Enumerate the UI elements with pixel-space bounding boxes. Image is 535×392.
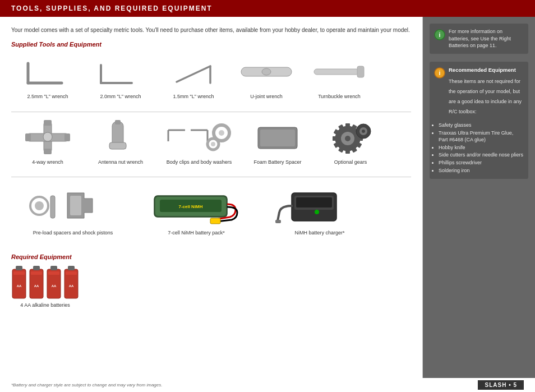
tool-label-foam-battery-spacer: Foam Battery Spacer xyxy=(253,159,301,166)
svg-text:AA: AA xyxy=(52,284,57,288)
tool-label-battery-charger: NiMH battery charger* xyxy=(294,230,344,237)
svg-rect-9 xyxy=(357,66,364,77)
svg-rect-59 xyxy=(296,197,332,207)
tool-label-u-joint: U-joint wrench xyxy=(250,94,283,100)
tool-4way-wrench: 4-way wrench xyxy=(11,118,84,166)
tool-icon-antenna-nut xyxy=(93,118,149,157)
tool-icon-battery-charger xyxy=(266,183,373,228)
svg-rect-15 xyxy=(25,133,31,141)
tool-icon-2-5mm xyxy=(20,52,76,91)
tool-icon-foam-battery-spacer xyxy=(250,118,306,157)
footer-note: *Battery and charger style are subject t… xyxy=(11,382,162,388)
recommended-card: i Recommended Equipment These items are … xyxy=(430,62,528,179)
tool-label-preload-spacers: Pre-load spacers and shock pistons xyxy=(33,230,113,237)
svg-text:7-cell NiMH: 7-cell NiMH xyxy=(178,204,202,209)
tool-turnbuckle-wrench: Turnbuckle wrench xyxy=(303,52,376,100)
left-content: Your model comes with a set of specialty… xyxy=(0,17,423,378)
svg-rect-33 xyxy=(345,123,350,128)
svg-rect-19 xyxy=(115,120,121,124)
svg-rect-18 xyxy=(109,142,126,149)
svg-point-25 xyxy=(219,130,224,136)
tool-icon-turnbuckle xyxy=(311,52,367,91)
tool-2-5mm-wrench: 2.5mm "L" wrench xyxy=(11,52,84,100)
svg-rect-42 xyxy=(333,136,337,141)
tool-battery-charger: NiMH battery charger* xyxy=(258,183,381,237)
required-section-title: Required Equipment xyxy=(11,253,411,260)
recommended-items-list: Safety glasses Traxxas Ultra Premium Tir… xyxy=(434,122,524,174)
tool-label-optional-gears: Optional gears xyxy=(334,159,367,166)
svg-text:i: i xyxy=(439,31,440,38)
svg-rect-61 xyxy=(275,220,281,223)
tool-label-aa-batteries: 4 AA alkaline batteries xyxy=(20,302,70,309)
page-title: TOOLS, SUPPLIES, AND REQUIRED EQUIPMENT xyxy=(11,4,213,12)
tool-icon-4way xyxy=(20,118,76,157)
tool-1-5mm-wrench: 1.5mm "L" wrench xyxy=(157,52,230,100)
svg-rect-16 xyxy=(64,133,70,141)
tool-icon-battery-pack: 7-cell NiMH xyxy=(143,183,250,228)
tools-row3: Pre-load spacers and shock pistons 7-cel… xyxy=(11,183,411,248)
svg-rect-68 xyxy=(31,271,42,275)
svg-rect-72 xyxy=(48,271,59,275)
recommended-icon: i xyxy=(434,67,445,79)
svg-text:AA: AA xyxy=(17,284,22,288)
svg-text:i: i xyxy=(439,70,440,76)
svg-rect-71 xyxy=(50,266,57,270)
svg-rect-14 xyxy=(44,149,52,154)
svg-line-4 xyxy=(177,66,210,82)
svg-rect-76 xyxy=(66,271,77,275)
tool-label-turnbuckle: Turnbuckle wrench xyxy=(318,94,361,100)
recommended-desc: These items are not required for the ope… xyxy=(449,79,522,114)
svg-rect-29 xyxy=(260,130,295,146)
svg-point-47 xyxy=(362,130,365,133)
supplied-section-title: Supplied Tools and Equipment xyxy=(11,41,411,48)
tool-preload-spacers: Pre-load spacers and shock pistons xyxy=(11,183,135,237)
tool-antenna-nut-wrench: Antenna nut wrench xyxy=(84,118,157,166)
tool-icon-preload-spacers xyxy=(20,183,126,228)
tool-icon-u-joint xyxy=(238,52,294,91)
battery-info-card: i For more information on batteries, see… xyxy=(430,24,528,54)
tool-optional-gears: Optional gears xyxy=(314,118,387,166)
main-layout: Your model comes with a set of specialty… xyxy=(0,17,535,378)
svg-rect-67 xyxy=(33,266,40,270)
tool-foam-battery-spacer: Foam Battery Spacer xyxy=(241,118,314,166)
recommended-title: Recommended Equipment xyxy=(449,66,524,73)
battery-icon: i xyxy=(434,29,445,40)
tool-label-antenna-nut: Antenna nut wrench xyxy=(98,159,143,166)
tools-row1: 2.5mm "L" wrench 2.0mm "L" wrench xyxy=(11,52,411,112)
tool-label-2-0mm: 2.0mm "L" wrench xyxy=(100,94,141,100)
svg-rect-8 xyxy=(314,69,359,75)
right-sidebar: i For more information on batteries, see… xyxy=(423,17,535,378)
svg-rect-51 xyxy=(70,196,81,215)
svg-rect-64 xyxy=(13,271,25,275)
tool-label-1-5mm: 1.5mm "L" wrench xyxy=(173,94,214,100)
svg-point-49 xyxy=(35,201,44,210)
svg-text:AA: AA xyxy=(69,284,74,288)
tool-icon-body-clips xyxy=(160,118,238,157)
svg-point-60 xyxy=(315,210,319,214)
tool-label-4way: 4-way wrench xyxy=(32,159,63,166)
svg-rect-56 xyxy=(210,218,220,224)
svg-point-12 xyxy=(43,132,52,141)
battery-info-text: For more information on batteries, see U… xyxy=(449,28,524,49)
page-header: TOOLS, SUPPLIES, AND REQUIRED EQUIPMENT xyxy=(0,0,535,17)
svg-point-7 xyxy=(262,68,271,75)
tool-battery-pack: 7-cell NiMH 7-cell NiMH battery pack* xyxy=(135,183,258,237)
svg-point-32 xyxy=(345,136,350,141)
footer-page: SLASH • 5 xyxy=(478,380,524,390)
svg-point-27 xyxy=(211,142,215,146)
svg-rect-50 xyxy=(50,196,55,218)
intro-text: Your model comes with a set of specialty… xyxy=(11,26,411,34)
tool-body-clips: Body clips and body washers xyxy=(157,118,241,166)
tool-u-joint-wrench: U-joint wrench xyxy=(230,52,303,100)
svg-text:AA: AA xyxy=(34,284,39,288)
svg-rect-13 xyxy=(44,120,52,126)
tool-label-battery-pack: 7-cell NiMH battery pack* xyxy=(168,230,225,237)
tool-icon-optional-gears xyxy=(322,118,379,157)
svg-rect-39 xyxy=(345,149,350,154)
tools-row2: 4-way wrench Antenna nut wrench xyxy=(11,118,411,178)
tool-label-2-5mm: 2.5mm "L" wrench xyxy=(27,94,68,100)
svg-rect-63 xyxy=(16,266,22,270)
required-section: Required Equipment AA xyxy=(11,253,411,309)
tool-icon-1-5mm xyxy=(165,52,222,91)
tool-label-body-clips: Body clips and body washers xyxy=(167,159,232,166)
